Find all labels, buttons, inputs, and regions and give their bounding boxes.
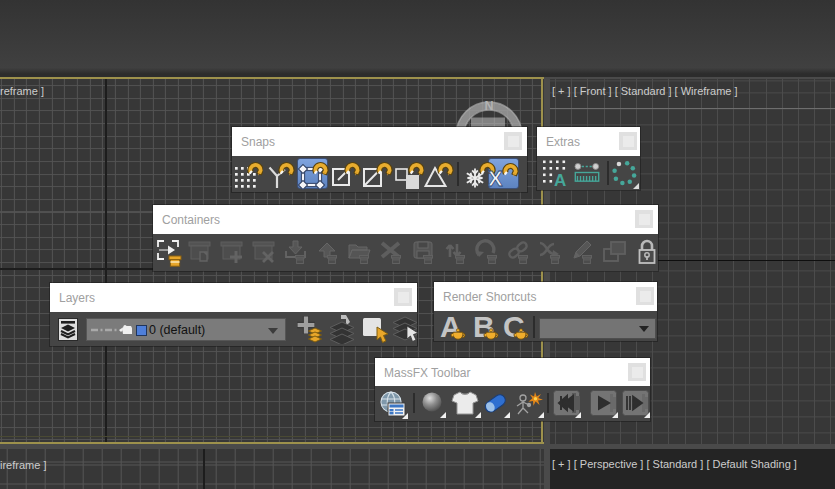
svg-text:N: N bbox=[484, 99, 493, 113]
svg-text:X: X bbox=[488, 166, 503, 190]
svg-text:A: A bbox=[554, 171, 566, 189]
